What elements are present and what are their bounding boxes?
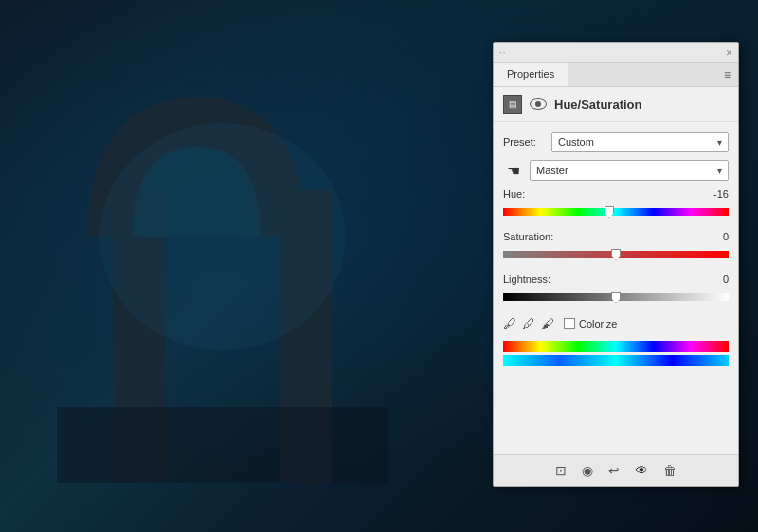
lightness-section: Lightness: 0 — [503, 274, 729, 307]
saturation-value: 0 — [700, 231, 729, 242]
arch-illustration — [57, 47, 388, 483]
properties-panel: ·· × Properties ≡ ▤ Hue/Saturation Prese… — [493, 42, 739, 487]
saturation-track — [503, 251, 729, 258]
hue-thumb[interactable] — [605, 206, 614, 218]
colorize-row: Colorize — [564, 318, 617, 329]
saturation-label: Saturation: — [503, 231, 553, 242]
toggle-visibility-icon[interactable]: 👁 — [635, 463, 648, 478]
lightness-value: 0 — [700, 274, 729, 285]
eyedropper-subtract-icon[interactable]: 🖌 — [541, 316, 554, 331]
hue-value: -16 — [700, 188, 729, 200]
channel-row: ☚ Master ▾ — [503, 160, 729, 181]
panel-close-button[interactable]: × — [726, 46, 732, 60]
preset-label: Preset: — [503, 136, 546, 148]
view-previous-icon[interactable]: ◉ — [582, 463, 593, 478]
preset-row: Preset: Custom ▾ — [503, 132, 729, 152]
eyedropper-set-icon[interactable]: 🖋 — [503, 316, 516, 331]
lightness-slider[interactable] — [503, 288, 729, 307]
panel-header: ▤ Hue/Saturation — [494, 87, 738, 122]
delete-layer-icon[interactable]: 🗑 — [663, 463, 677, 478]
channel-arrow: ▾ — [717, 166, 722, 176]
adjustment-title: Hue/Saturation — [554, 98, 641, 112]
channel-value: Master — [536, 165, 568, 176]
panel-menu-button[interactable]: ≡ — [716, 63, 738, 86]
hue-track — [503, 208, 729, 216]
hue-label: Hue: — [503, 188, 525, 200]
saturation-thumb[interactable] — [611, 249, 621, 260]
hand-tool-icon[interactable]: ☚ — [503, 162, 524, 180]
svg-point-4 — [99, 123, 346, 350]
clip-to-layer-icon[interactable]: ⊡ — [555, 463, 567, 478]
spacer — [503, 369, 729, 445]
lightness-label: Lightness: — [503, 274, 550, 285]
hue-slider[interactable] — [503, 203, 729, 222]
drag-handle: ·· — [499, 47, 507, 58]
preset-value: Custom — [558, 136, 594, 148]
preset-select[interactable]: Custom ▾ — [551, 132, 729, 152]
channel-select[interactable]: Master ▾ — [530, 160, 729, 181]
layer-icon: ▤ — [503, 95, 522, 114]
hue-spectrum-top — [503, 341, 729, 352]
eyedropper-add-icon[interactable]: 🖊 — [522, 316, 535, 331]
saturation-slider[interactable] — [503, 245, 729, 264]
colorize-checkbox[interactable] — [564, 318, 575, 329]
panel-body: Preset: Custom ▾ ☚ Master ▾ Hue: -16 — [494, 122, 738, 454]
hue-section: Hue: -16 — [503, 188, 729, 222]
saturation-header: Saturation: 0 — [503, 231, 729, 242]
tools-row: 🖋 🖊 🖌 Colorize — [503, 316, 729, 331]
rainbow-bars — [503, 341, 729, 366]
lightness-header: Lightness: 0 — [503, 274, 729, 285]
lightness-thumb[interactable] — [611, 292, 621, 303]
tab-properties[interactable]: Properties — [494, 63, 568, 86]
hue-header: Hue: -16 — [503, 188, 729, 200]
panel-tabs: Properties ≡ — [494, 63, 738, 87]
reset-icon[interactable]: ↩ — [608, 463, 620, 478]
panel-titlebar-left: ·· — [499, 47, 507, 58]
saturation-section: Saturation: 0 — [503, 231, 729, 264]
lightness-track — [503, 293, 729, 301]
colorize-label: Colorize — [579, 318, 617, 329]
panel-titlebar: ·· × — [494, 43, 738, 63]
visibility-toggle[interactable] — [530, 98, 547, 110]
panel-footer: ⊡ ◉ ↩ 👁 🗑 — [494, 454, 738, 486]
preset-arrow: ▾ — [717, 137, 722, 148]
svg-rect-3 — [57, 407, 388, 483]
hue-spectrum-bottom — [503, 355, 729, 366]
